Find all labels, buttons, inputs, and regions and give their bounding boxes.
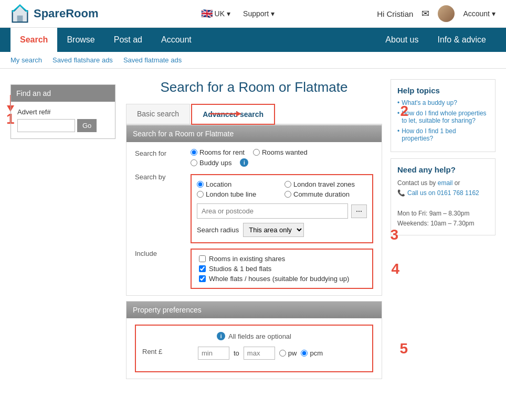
email-link[interactable]: email <box>438 179 453 187</box>
radio-buddy-ups-input[interactable] <box>191 159 197 166</box>
subnav-my-search[interactable]: My search <box>10 56 42 64</box>
radio-rooms-for-rent[interactable]: Rooms for rent <box>191 148 245 156</box>
radio-pw[interactable]: pw <box>279 349 297 357</box>
radio-buddy-ups[interactable]: Buddy ups <box>191 158 231 167</box>
phone-link[interactable]: Call us on 0161 768 1162 <box>407 188 479 198</box>
radio-commute[interactable]: Commute duration <box>284 190 367 198</box>
radio-location-label: Location <box>206 180 231 188</box>
radius-label: Search radius <box>197 226 239 234</box>
tab-basic[interactable]: Basic search <box>126 104 190 124</box>
include-controls: Rooms in existing shares Studios & 1 bed… <box>191 249 373 289</box>
account-menu[interactable]: Account ▾ <box>463 9 496 18</box>
radio-tube-line[interactable]: London tube line <box>197 190 279 198</box>
search-for-label: Search for <box>135 148 182 157</box>
search-for-row: Search for Rooms for rent Rooms wanted <box>135 148 373 167</box>
studios-label: Studios & 1 bed flats <box>209 265 271 273</box>
radio-tube-line-input[interactable] <box>197 191 204 198</box>
radius-select[interactable]: This area only Within 1 mile Within 3 mi… <box>243 223 304 237</box>
step5-annotation: 5 <box>399 341 408 356</box>
whole-flats-label: Whole flats / houses (suitable for buddy… <box>209 275 349 283</box>
include-existing-shares[interactable]: Rooms in existing shares <box>199 255 365 263</box>
buddy-info-icon[interactable]: i <box>240 158 248 167</box>
support-label: Support <box>243 9 269 18</box>
nav-item-search[interactable]: Search <box>10 28 57 52</box>
support-menu[interactable]: Support ▾ <box>243 9 275 18</box>
radio-pcm-input[interactable] <box>301 350 308 357</box>
radio-rooms-for-rent-input[interactable] <box>191 149 197 156</box>
dots-icon: ⋯ <box>356 208 362 215</box>
search-for-section: Search for a Room or Flatmate Search for… <box>126 125 382 296</box>
search-section-body: Search for Rooms for rent Rooms wanted <box>126 142 382 295</box>
search-by-row: Search by Location <box>135 172 373 243</box>
tabs-row: Basic search Advanced search 2 <box>126 104 382 125</box>
nav-item-post-ad[interactable]: Post ad <box>104 28 152 52</box>
checkbox-existing-shares[interactable] <box>199 255 206 262</box>
radio-location[interactable]: Location <box>197 180 279 188</box>
help-link-1[interactable]: How do I find whole properties to let, s… <box>402 110 489 124</box>
rent-min-input[interactable] <box>198 347 229 360</box>
uk-flag-icon: 🇬🇧 <box>201 8 213 19</box>
phone-icon: 📞 <box>397 188 405 198</box>
radio-commute-label: Commute duration <box>293 190 350 198</box>
radio-london-travel[interactable]: London travel zones <box>284 180 367 188</box>
subnav-saved-flatmate[interactable]: Saved flatmate ads <box>123 56 182 64</box>
nav-item-about[interactable]: About us <box>376 28 428 52</box>
logo[interactable]: SpareRoom <box>10 4 98 23</box>
go-button[interactable]: Go <box>77 119 97 132</box>
include-studios[interactable]: Studios & 1 bed flats <box>199 265 365 273</box>
radio-london-travel-input[interactable] <box>284 181 291 188</box>
include-whole-flats[interactable]: Whole flats / houses (suitable for buddy… <box>199 275 365 283</box>
radio-location-input[interactable] <box>197 181 204 188</box>
rent-row: Rent £ to pw <box>142 347 366 360</box>
need-help-text: Contact us by email or 📞 Call us on 0161… <box>397 178 489 229</box>
search-by-options: Location London travel zones London tube… <box>197 180 367 198</box>
checkbox-studios[interactable] <box>199 265 206 272</box>
avatar[interactable] <box>438 5 455 22</box>
nav-item-info[interactable]: Info & advice <box>428 28 496 52</box>
svg-marker-2 <box>236 111 241 116</box>
nav-item-account[interactable]: Account <box>152 28 201 52</box>
location-input[interactable] <box>197 203 348 219</box>
checkbox-whole-flats[interactable] <box>199 275 206 282</box>
region-selector[interactable]: 🇬🇧 UK ▾ <box>201 8 230 19</box>
mail-icon[interactable]: ✉ <box>421 8 429 19</box>
radio-commute-input[interactable] <box>284 191 291 198</box>
help-item-1: How do I find whole properties to let, s… <box>397 110 489 124</box>
subnav-saved-flatshare[interactable]: Saved flatshare ads <box>52 56 113 64</box>
radio-pw-input[interactable] <box>279 350 286 357</box>
navbar-right: About us Info & advice <box>376 28 496 52</box>
rent-max-input[interactable] <box>244 347 275 360</box>
radio-rooms-wanted[interactable]: Rooms wanted <box>253 148 308 156</box>
search-by-controls: Location London travel zones London tube… <box>191 172 373 243</box>
find-ad-box: Find an ad Advert ref# Go <box>10 84 115 139</box>
radio-rooms-wanted-input[interactable] <box>253 149 260 156</box>
help-item-2: How do I find 1 bed properties? <box>397 127 489 142</box>
help-link-2[interactable]: How do I find 1 bed properties? <box>402 127 489 142</box>
hours2: Weekends: 10am – 7.30pm <box>397 220 475 227</box>
all-optional-row: i All fields are optional <box>142 332 366 340</box>
radio-london-travel-label: London travel zones <box>293 180 355 188</box>
help-item-0: What's a buddy up? <box>397 99 489 106</box>
search-for-controls: Rooms for rent Rooms wanted <box>191 148 373 167</box>
advert-ref-input[interactable] <box>17 119 75 132</box>
radio-rooms-wanted-label: Rooms wanted <box>262 148 308 156</box>
logo-text: SpareRoom <box>34 7 98 20</box>
left-sidebar: Find an ad Advert ref# Go <box>10 79 115 384</box>
location-dots-button[interactable]: ⋯ <box>351 204 367 218</box>
search-by-box: Location London travel zones London tube… <box>191 174 373 243</box>
prefs-box: i All fields are optional Rent £ to <box>135 325 373 372</box>
phone-row: 📞 Call us on 0161 768 1162 <box>397 188 489 198</box>
rent-to-text: to <box>234 349 239 357</box>
region-chevron-icon: ▾ <box>227 9 230 18</box>
prefs-header: Property preferences <box>126 301 382 318</box>
radio-rooms-for-rent-label: Rooms for rent <box>199 148 245 156</box>
help-link-0[interactable]: What's a buddy up? <box>402 99 457 106</box>
nav-item-browse[interactable]: Browse <box>57 28 104 52</box>
radio-tube-line-label: London tube line <box>206 190 256 198</box>
help-title: Help topics <box>397 86 489 95</box>
step3-annotation: 3 <box>390 228 398 242</box>
radio-pcm[interactable]: pcm <box>301 349 323 357</box>
region-label: UK <box>215 9 225 18</box>
optional-text: All fields are optional <box>228 332 291 340</box>
advert-label: Advert ref# <box>17 108 109 116</box>
